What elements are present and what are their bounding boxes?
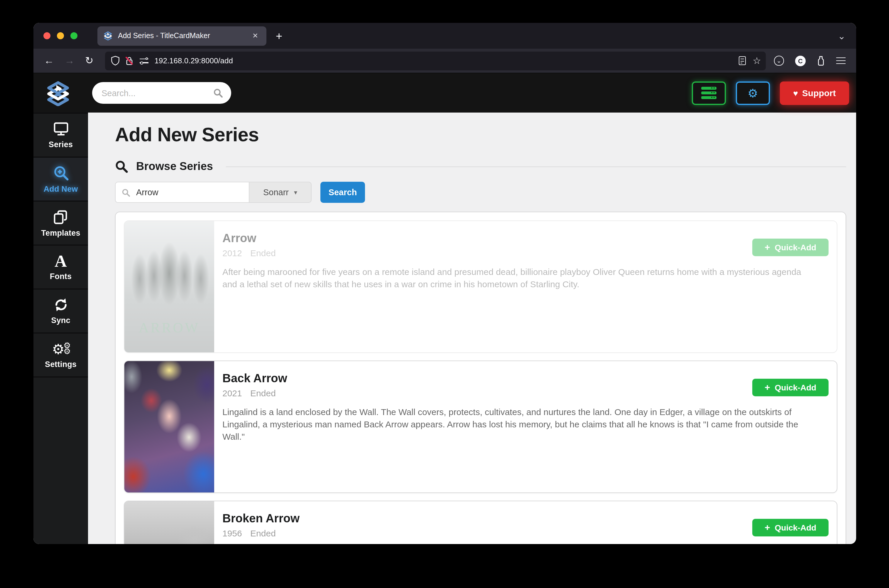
tab-close-icon[interactable]: ✕ <box>250 30 260 41</box>
gears-icon: ⚙ ⚙ ⚙ <box>52 341 69 356</box>
chevron-down-icon: ▾ <box>294 189 297 196</box>
search-results: ARROW Arrow 2012 Ended After being maroo… <box>115 212 846 544</box>
sidebar-item-label: Add New <box>44 184 78 194</box>
series-result-card: Broken Arrow 1956 Ended Indian Agent Tom… <box>124 501 837 544</box>
quick-add-button: + Quick-Add <box>752 238 829 256</box>
tracking-shield-icon[interactable] <box>111 56 120 66</box>
sidebar-item-fonts[interactable]: A Fonts <box>33 246 88 288</box>
series-poster <box>125 361 214 492</box>
sidebar-item-series[interactable]: Series <box>33 114 88 156</box>
settings-button[interactable]: ⚙ <box>736 81 770 105</box>
search-button[interactable]: Search <box>320 182 365 203</box>
plus-icon: + <box>764 383 770 392</box>
extension-badge-icon[interactable]: C <box>795 56 806 66</box>
window-controls <box>44 32 77 39</box>
browser-tab[interactable]: Add Series - TitleCardMaker ✕ <box>98 26 266 45</box>
section-divider <box>226 166 846 167</box>
copy-pages-icon <box>53 209 69 225</box>
support-button[interactable]: ♥ Support <box>780 81 849 105</box>
source-dropdown[interactable]: Sonarr ▾ <box>249 182 311 203</box>
pocket-icon[interactable]: ⌄ <box>774 56 784 66</box>
series-status: Ended <box>250 528 276 538</box>
tab-title: Add Series - TitleCardMaker <box>118 32 250 40</box>
sidebar-item-sync[interactable]: Sync <box>33 290 88 332</box>
app-navbar: Search... ⚙ ♥ Support <box>33 73 856 112</box>
search-icon <box>115 160 128 173</box>
search-icon <box>213 88 223 98</box>
search-plus-icon <box>53 165 69 181</box>
series-year: 1956 <box>223 528 242 538</box>
gear-icon: ⚙ <box>748 86 758 100</box>
back-icon[interactable]: ← <box>44 55 54 66</box>
series-search-field[interactable] <box>115 182 249 203</box>
main-content: Add New Series Browse Series <box>88 112 856 544</box>
quick-add-label: Quick-Add <box>775 383 817 392</box>
font-a-icon: A <box>54 253 67 268</box>
minimize-window-button[interactable] <box>57 32 64 39</box>
extension-icon[interactable] <box>817 56 825 66</box>
permissions-sliders-icon[interactable] <box>140 57 149 64</box>
reader-mode-icon[interactable] <box>739 56 746 65</box>
connections-button[interactable] <box>692 81 726 105</box>
series-title: Arrow <box>223 232 825 245</box>
series-info: Arrow 2012 Ended After being marooned fo… <box>214 221 837 352</box>
quick-add-button[interactable]: + Quick-Add <box>752 379 829 396</box>
list-tabs-chevron-icon[interactable]: ⌄ <box>838 30 845 41</box>
heart-icon: ♥ <box>793 88 798 98</box>
browse-series-header: Browse Series <box>115 160 846 173</box>
sidebar-item-settings[interactable]: ⚙ ⚙ ⚙ Settings <box>33 334 88 376</box>
support-label: Support <box>802 88 836 98</box>
quick-add-label: Quick-Add <box>775 243 817 252</box>
titlecardmaker-logo[interactable] <box>45 80 71 106</box>
sidebar-item-label: Series <box>49 140 73 149</box>
page-title: Add New Series <box>115 124 846 146</box>
sidebar-item-label: Templates <box>41 228 80 237</box>
url-bar[interactable]: 192.168.0.29:8000/add ☆ <box>105 51 766 70</box>
quick-add-label: Quick-Add <box>775 523 817 532</box>
series-result-card: ARROW Arrow 2012 Ended After being maroo… <box>124 220 837 353</box>
new-tab-button[interactable]: + <box>276 30 282 41</box>
url-text[interactable]: 192.168.0.29:8000/add <box>155 56 733 65</box>
monitor-icon <box>53 122 69 136</box>
series-description: After being marooned for five years on a… <box>223 266 825 290</box>
series-poster: ARROW <box>125 221 214 352</box>
page-body: Series Add New Templates A Fonts <box>33 112 856 544</box>
series-search-input[interactable] <box>136 188 243 197</box>
bookmark-star-icon[interactable]: ☆ <box>752 55 761 66</box>
titlecardmaker-favicon <box>103 31 113 40</box>
series-meta: 1956 Ended <box>223 528 825 538</box>
series-meta: 2021 Ended <box>223 388 825 398</box>
plus-icon: + <box>764 523 770 532</box>
sync-arrows-icon <box>53 297 69 312</box>
menu-hamburger-icon[interactable] <box>836 57 845 64</box>
screen: Add Series - TitleCardMaker ✕ + ⌄ ← → ↻ <box>0 0 889 588</box>
series-year: 2021 <box>223 388 242 398</box>
sidebar-item-add-new[interactable]: Add New <box>33 158 88 201</box>
series-description: Lingalind is a land enclosed by the Wall… <box>223 406 825 442</box>
series-info: Back Arrow 2021 Ended Lingalind is a lan… <box>214 361 837 492</box>
global-search-input[interactable]: Search... <box>92 82 231 104</box>
series-info: Broken Arrow 1956 Ended Indian Agent Tom… <box>214 501 837 544</box>
tab-bar: Add Series - TitleCardMaker ✕ + ⌄ <box>33 23 856 49</box>
global-search-placeholder: Search... <box>102 88 213 98</box>
arrow-poster-logo: ARROW <box>125 320 214 336</box>
zoom-window-button[interactable] <box>71 32 77 39</box>
sidebar-item-templates[interactable]: Templates <box>33 202 88 244</box>
reload-icon[interactable]: ↻ <box>85 54 93 67</box>
quick-add-button[interactable]: + Quick-Add <box>752 519 829 536</box>
server-stack-icon <box>701 87 716 99</box>
forward-icon: → <box>65 55 75 66</box>
close-window-button[interactable] <box>44 32 50 39</box>
series-title: Back Arrow <box>223 372 825 385</box>
series-year: 2012 <box>223 248 242 258</box>
sidebar-item-label: Fonts <box>50 272 72 281</box>
series-status: Ended <box>250 388 276 398</box>
search-icon <box>122 188 130 196</box>
source-dropdown-value: Sonarr <box>263 188 289 197</box>
insecure-lock-icon[interactable] <box>126 56 134 65</box>
browser-toolbar: ← → ↻ 192.168.0.29:8000/add <box>33 49 856 73</box>
sidebar-item-label: Sync <box>51 316 70 325</box>
sidebar: Series Add New Templates A Fonts <box>33 112 88 544</box>
browse-controls: Sonarr ▾ Search <box>115 182 846 203</box>
browse-series-heading: Browse Series <box>136 160 213 173</box>
